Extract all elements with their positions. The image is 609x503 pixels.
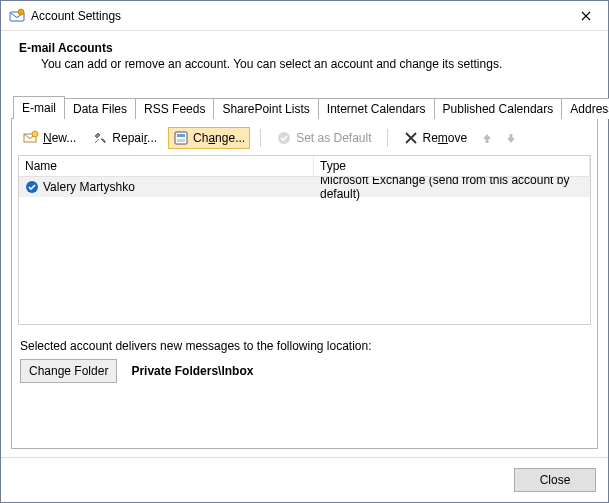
tab-sharepoint-lists[interactable]: SharePoint Lists — [213, 98, 318, 119]
account-name: Valery Martyshko — [43, 180, 135, 194]
tab-published-calendars[interactable]: Published Calendars — [434, 98, 563, 119]
arrow-down-icon — [505, 132, 517, 144]
change-icon — [173, 130, 189, 146]
new-button[interactable]: New... — [18, 127, 81, 149]
svg-point-1 — [18, 9, 24, 15]
change-folder-button[interactable]: Change Folder — [20, 359, 117, 383]
svg-rect-4 — [175, 132, 187, 144]
window-title: Account Settings — [31, 9, 563, 23]
tabstrip: E-mail Data Files RSS Feeds SharePoint L… — [11, 95, 598, 118]
titlebar: Account Settings — [1, 1, 608, 31]
arrow-up-icon — [481, 132, 493, 144]
accounts-grid: Name Type Valery Martyshko — [18, 155, 591, 325]
account-row[interactable]: Valery Martyshko Microsoft Exchange (sen… — [19, 177, 590, 197]
check-circle-icon — [276, 130, 292, 146]
svg-rect-5 — [177, 134, 185, 137]
tab-address-books[interactable]: Address Books — [561, 98, 609, 119]
toolbar: New... Repair... — [18, 125, 591, 155]
tab-data-files[interactable]: Data Files — [64, 98, 136, 119]
repair-icon — [92, 130, 108, 146]
remove-icon — [403, 130, 419, 146]
header-description: You can add or remove an account. You ca… — [19, 57, 590, 71]
delivery-location-text: Selected account delivers new messages t… — [20, 339, 589, 353]
column-header-name[interactable]: Name — [19, 156, 314, 176]
delivery-row: Change Folder Private Folders\Inbox — [20, 359, 589, 383]
cell-type: Microsoft Exchange (send from this accou… — [314, 177, 590, 203]
app-icon — [9, 8, 25, 24]
mail-new-icon — [23, 130, 39, 146]
column-header-type[interactable]: Type — [314, 156, 590, 176]
repair-button[interactable]: Repair... — [87, 127, 162, 149]
close-button[interactable]: Close — [514, 468, 596, 492]
toolbar-separator — [260, 129, 261, 147]
tab-area: E-mail Data Files RSS Feeds SharePoint L… — [11, 95, 598, 457]
tab-panel-email: New... Repair... — [11, 118, 598, 449]
header: E-mail Accounts You can add or remove an… — [1, 31, 608, 87]
default-account-icon — [25, 180, 39, 194]
delivery-folder-path: Private Folders\Inbox — [131, 364, 253, 378]
svg-rect-6 — [177, 139, 185, 142]
change-button[interactable]: Change... — [168, 127, 250, 149]
close-icon — [581, 11, 591, 21]
tab-email[interactable]: E-mail — [13, 96, 65, 119]
remove-button[interactable]: Remove — [398, 127, 473, 149]
move-down-button — [502, 129, 520, 147]
toolbar-separator — [387, 129, 388, 147]
svg-point-3 — [32, 131, 38, 137]
account-settings-window: Account Settings E-mail Accounts You can… — [0, 0, 609, 503]
grid-body: Valery Martyshko Microsoft Exchange (sen… — [19, 177, 590, 324]
tab-rss-feeds[interactable]: RSS Feeds — [135, 98, 214, 119]
header-title: E-mail Accounts — [19, 41, 590, 55]
move-up-button — [478, 129, 496, 147]
cell-name: Valery Martyshko — [19, 178, 314, 196]
window-close-button[interactable] — [563, 1, 608, 30]
set-default-button: Set as Default — [271, 127, 376, 149]
dialog-footer: Close — [1, 457, 608, 502]
grid-header: Name Type — [19, 156, 590, 177]
tab-internet-calendars[interactable]: Internet Calendars — [318, 98, 435, 119]
